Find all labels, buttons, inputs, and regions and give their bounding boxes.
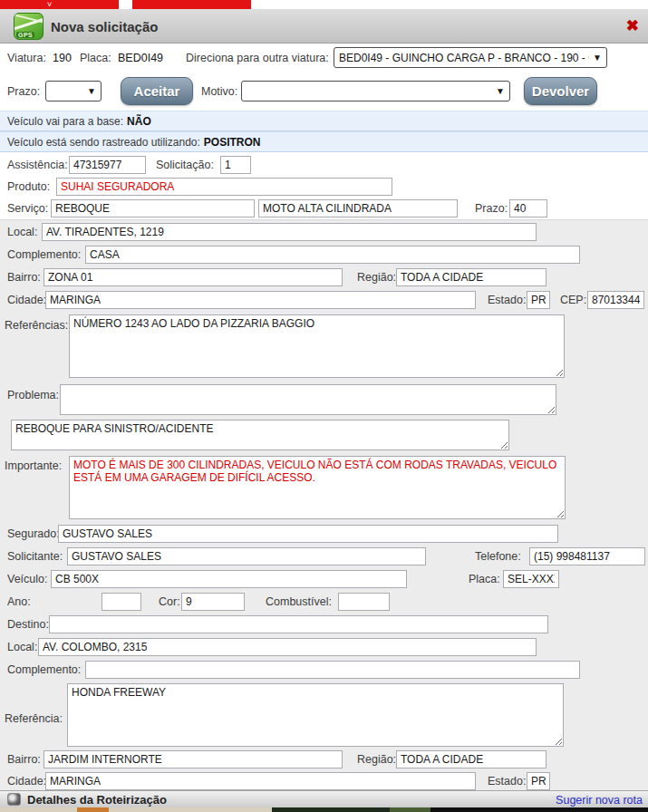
referencias-textarea[interactable]: NÚMERO 1243 AO LADO DA PIZZARIA BAGGIO bbox=[69, 314, 565, 378]
destino-label: Destino: bbox=[7, 618, 49, 631]
solicitacao-label: Solicitação: bbox=[156, 159, 214, 171]
routing-details-title: Detalhes da Roteirização bbox=[27, 793, 167, 807]
viatura-label: Viatura: bbox=[7, 52, 46, 64]
viatura-value: 190 bbox=[53, 52, 72, 64]
dialog-title: Nova solicitação bbox=[51, 19, 158, 34]
assistencia-input[interactable] bbox=[69, 156, 146, 174]
placa-label: Placa: bbox=[80, 52, 111, 64]
chevron-down-icon: ▼ bbox=[87, 86, 96, 96]
combustivel-input[interactable] bbox=[338, 593, 390, 611]
bairro-label: Bairro: bbox=[7, 271, 41, 284]
motivo-label: Motivo: bbox=[201, 85, 237, 98]
telefone-label: Telefone: bbox=[475, 550, 521, 563]
info-bar-base: Veículo vai para a base:NÃO bbox=[0, 111, 648, 131]
ano-label: Ano: bbox=[7, 595, 31, 608]
gps-logo-icon: GPS bbox=[14, 13, 44, 40]
cep-input[interactable] bbox=[587, 291, 644, 309]
solicitacao-input[interactable] bbox=[220, 156, 251, 174]
estado-input[interactable] bbox=[527, 291, 550, 309]
prazo-select[interactable]: ▼ bbox=[45, 81, 102, 102]
placa-value: BED0I49 bbox=[118, 52, 163, 64]
importante-label: Importante: bbox=[5, 459, 62, 472]
info-bar-rastreio: Veículo está sendo rastreado utilizando:… bbox=[0, 131, 648, 152]
complemento-input[interactable] bbox=[85, 246, 580, 264]
direciona-viatura-select[interactable]: BED0I49 - GUINCHO CARGA P - BRANCO - 190… bbox=[334, 47, 607, 68]
prazo-input[interactable] bbox=[509, 199, 547, 218]
servico-label: Serviço: bbox=[7, 202, 48, 215]
segurado-input[interactable] bbox=[58, 525, 558, 543]
destino-cidade-input[interactable] bbox=[45, 772, 476, 790]
destino-estado-label: Estado: bbox=[488, 775, 526, 788]
destino-local-input[interactable] bbox=[38, 638, 537, 656]
local-label: Local: bbox=[7, 226, 37, 238]
destino-bairro-label: Bairro: bbox=[7, 753, 41, 766]
cor-label: Cor: bbox=[159, 595, 180, 608]
regiao-label: Região: bbox=[357, 271, 396, 284]
problema-textarea[interactable] bbox=[60, 384, 556, 415]
map-preview[interactable] bbox=[0, 807, 648, 812]
veiculo-placa-input[interactable] bbox=[503, 570, 559, 588]
chevron-down-icon: ▼ bbox=[593, 53, 602, 63]
problema-label: Problema: bbox=[7, 389, 59, 401]
bairro-input[interactable] bbox=[44, 268, 343, 286]
local-input[interactable] bbox=[42, 223, 537, 241]
ano-input[interactable] bbox=[102, 593, 141, 611]
assistencia-label: Assistência: bbox=[7, 159, 68, 171]
destino-local-label: Local: bbox=[7, 641, 37, 653]
destino-complemento-label: Complemento: bbox=[7, 663, 81, 676]
nova-solicitacao-dialog: ˅ GPS Nova solicitação ✖ Viatura: 190 Pl… bbox=[0, 0, 648, 812]
destino-referencia-label: Referência: bbox=[5, 712, 63, 725]
chevron-down-icon: ▼ bbox=[496, 86, 505, 96]
destino-complemento-input[interactable] bbox=[85, 661, 580, 679]
cor-input[interactable] bbox=[181, 593, 245, 611]
prazo-select-label: Prazo: bbox=[7, 85, 40, 98]
estado-label: Estado: bbox=[488, 294, 526, 306]
prazo-label: Prazo: bbox=[475, 202, 508, 215]
veiculo-label: Veículo: bbox=[7, 573, 47, 585]
aceitar-button[interactable]: Aceitar bbox=[121, 77, 193, 105]
produto-label: Produto: bbox=[7, 180, 50, 193]
complemento-label: Complemento: bbox=[7, 248, 81, 261]
telefone-input[interactable] bbox=[529, 547, 645, 566]
destino-estado-input[interactable] bbox=[527, 772, 550, 790]
destino-regiao-label: Região: bbox=[357, 753, 396, 766]
cidade-input[interactable] bbox=[45, 291, 476, 309]
produto-input[interactable] bbox=[56, 178, 392, 196]
solicitante-input[interactable] bbox=[67, 547, 426, 566]
cep-label: CEP: bbox=[560, 294, 586, 306]
destino-cidade-label: Cidade: bbox=[7, 775, 46, 788]
direciona-label: Direciona para outra viatura: bbox=[186, 52, 329, 64]
destino-bairro-input[interactable] bbox=[44, 750, 343, 768]
routing-details-bar[interactable]: Detalhes da Roteirização Sugerir nova ro… bbox=[0, 790, 648, 807]
destino-referencia-textarea[interactable]: HONDA FREEWAY bbox=[67, 683, 564, 747]
motivo-select[interactable]: ▼ bbox=[241, 81, 510, 102]
destino-input[interactable] bbox=[49, 615, 548, 633]
close-icon[interactable]: ✖ bbox=[626, 17, 639, 35]
browser-tab[interactable] bbox=[132, 0, 251, 9]
veiculo-input[interactable] bbox=[51, 570, 407, 588]
devolver-button[interactable]: Devolver bbox=[524, 77, 597, 105]
regiao-input[interactable] bbox=[396, 268, 546, 286]
globe-icon bbox=[7, 793, 21, 806]
browser-tab[interactable]: ˅ bbox=[0, 0, 119, 9]
servico-tipo-input[interactable] bbox=[258, 199, 458, 218]
importante-textarea[interactable]: MOTO É MAIS DE 300 CILINDRADAS, VEICULO … bbox=[69, 456, 566, 519]
cidade-label: Cidade: bbox=[7, 294, 46, 306]
servico-input[interactable] bbox=[51, 199, 255, 218]
base-value: NÃO bbox=[127, 115, 151, 128]
chevron-down-icon: ˅ bbox=[47, 0, 52, 9]
destino-regiao-input[interactable] bbox=[396, 750, 546, 768]
dialog-header: GPS Nova solicitação ✖ bbox=[0, 9, 648, 44]
rastreio-value: POSITRON bbox=[204, 136, 261, 149]
suggest-route-link[interactable]: Sugerir nova rota bbox=[556, 794, 643, 807]
combustivel-label: Combustível: bbox=[266, 595, 332, 608]
solicitante-label: Solicitante: bbox=[7, 550, 63, 563]
tipo-servico-textarea[interactable]: REBOQUE PARA SINISTRO/ACIDENTE bbox=[11, 420, 509, 450]
veiculo-placa-label: Placa: bbox=[469, 573, 500, 585]
referencias-label: Referências: bbox=[5, 319, 68, 332]
segurado-label: Segurado: bbox=[7, 527, 60, 540]
